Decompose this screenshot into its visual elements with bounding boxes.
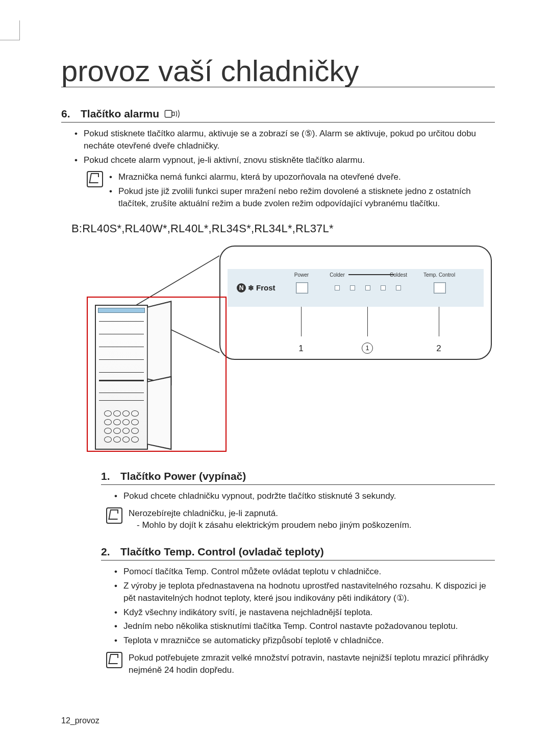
section-6-number: 6. <box>61 108 76 120</box>
indicator-led <box>381 285 386 290</box>
note-text: Nerozebírejte chladničku, je-li zapnutá.… <box>129 507 495 532</box>
list-item: Pokud chcete chladničku vypnout, podržte… <box>123 490 495 502</box>
control-panel-diagram: N ❄ Frost Power Colder Coldest Temp. Con… <box>61 246 495 450</box>
crop-mark <box>0 20 20 40</box>
coldest-label: Coldest <box>381 272 416 278</box>
section-2-bullets: Pomocí tlačítka Temp. Control můžete ovl… <box>101 566 495 647</box>
shelf <box>99 393 144 394</box>
power-label: Power <box>284 272 319 278</box>
section-1-title: Tlačítko Power (vypínač) <box>120 470 246 482</box>
list-item: Mraznička nemá funkci alarmu, která by u… <box>118 171 495 183</box>
note-lead: Nerozebírejte chladničku, je-li zapnutá. <box>129 508 278 518</box>
shelf <box>99 372 144 373</box>
drawer <box>104 428 139 434</box>
divider <box>99 380 144 381</box>
nofrost-label: N ❄ Frost <box>237 283 276 292</box>
list-item: Jedním nebo několika stisknutími tlačítk… <box>123 620 495 632</box>
guide-line <box>367 307 368 336</box>
guide-line <box>301 307 302 336</box>
guide-line <box>439 307 439 336</box>
list-item: Pokud stisknete tlačítko alarmu, aktivuj… <box>84 128 495 152</box>
indicator-led <box>350 285 355 290</box>
callout-2: 2 <box>436 344 441 354</box>
nofrost-star-icon: ❄ <box>248 284 254 292</box>
svg-rect-1 <box>172 112 174 116</box>
section-6-bullets: Pokud stisknete tlačítko alarmu, aktivuj… <box>61 128 495 166</box>
section-1-note: Nerozebírejte chladničku, je-li zapnutá.… <box>106 507 495 532</box>
shelf <box>99 400 144 401</box>
drawer <box>104 436 139 443</box>
section-2-note: Pokud potřebujete zmrazit velké množství… <box>106 652 495 676</box>
drawer <box>104 410 139 417</box>
page-title: provoz vaší chladničky <box>61 56 495 87</box>
section-6-heading: 6. Tlačítko alarmu <box>61 108 495 123</box>
section-1-wrap: 1. Tlačítko Power (vypínač) Pokud chcete… <box>101 470 495 531</box>
shelf <box>99 347 144 348</box>
note-text: Pokud potřebujete zmrazit velké množství… <box>129 652 495 676</box>
temp-control-button[interactable] <box>434 282 446 294</box>
section-1-heading: 1. Tlačítko Power (vypínač) <box>101 470 495 485</box>
alarm-icon <box>164 108 182 119</box>
callout-circled-1: 1 <box>362 343 373 354</box>
power-button[interactable] <box>296 282 308 294</box>
temp-indicators <box>335 285 401 290</box>
section-2-number: 2. <box>101 546 115 558</box>
indicator-led <box>365 285 370 290</box>
panel-inner: N ❄ Frost Power Colder Coldest Temp. Con… <box>228 269 484 307</box>
shelf <box>99 359 144 360</box>
model-line: B:RL40S*,RL40W*,RL40L*,RL34S*,RL34L*,RL3… <box>71 222 495 235</box>
note-icon <box>106 507 122 524</box>
section-6-note: Mraznička nemá funkci alarmu, která by u… <box>87 171 495 211</box>
section-1-bullets: Pokud chcete chladničku vypnout, podržte… <box>101 490 495 502</box>
nofrost-text: Frost <box>256 283 276 292</box>
section-6-title: Tlačítko alarmu <box>81 108 159 120</box>
page-footer: 12_provoz <box>61 716 99 725</box>
section-1-number: 1. <box>101 470 115 482</box>
shelf <box>99 334 144 335</box>
panel-callout: N ❄ Frost Power Colder Coldest Temp. Con… <box>219 246 492 360</box>
list-item: Když všechny indikátory svítí, je nastav… <box>123 606 495 619</box>
list-item: Pomocí tlačítka Temp. Control můžete ovl… <box>123 566 495 578</box>
note-text: Mraznička nemá funkci alarmu, která by u… <box>109 171 495 211</box>
fridge-door-lower <box>147 376 171 450</box>
section-2-heading: 2. Tlačítko Temp. Control (ovladač teplo… <box>101 546 495 560</box>
list-item: Z výroby je teplota přednastavena na hod… <box>123 580 495 604</box>
note-sub: - Mohlo by dojít k zásahu elektrickým pr… <box>129 519 495 531</box>
fridge-body <box>95 305 148 450</box>
list-item: Pokud jste již zvolili funkci super mraž… <box>118 185 495 210</box>
callout-1: 1 <box>298 344 303 354</box>
note-icon <box>106 652 122 668</box>
shelf <box>99 321 144 322</box>
indicator-led <box>335 285 340 290</box>
section-2-title: Tlačítko Temp. Control (ovladač teploty) <box>120 546 324 558</box>
list-item: Teplota v mrazničce se automaticky přizp… <box>123 635 495 647</box>
temp-control-label: Temp. Control <box>421 272 457 278</box>
nofrost-n-icon: N <box>237 283 246 292</box>
fridge-door-upper <box>147 301 171 385</box>
drawer <box>104 419 139 425</box>
list-item: Pokud chcete alarm vypnout, je-li aktivn… <box>84 154 495 166</box>
fridge-illustration <box>95 305 156 448</box>
svg-rect-0 <box>165 110 172 117</box>
fridge-control-strip <box>98 308 145 313</box>
indicator-led <box>396 285 401 290</box>
manual-page: provoz vaší chladničky 6. Tlačítko alarm… <box>0 0 551 756</box>
note-icon <box>87 171 103 187</box>
section-2-wrap: 2. Tlačítko Temp. Control (ovladač teplo… <box>101 546 495 676</box>
